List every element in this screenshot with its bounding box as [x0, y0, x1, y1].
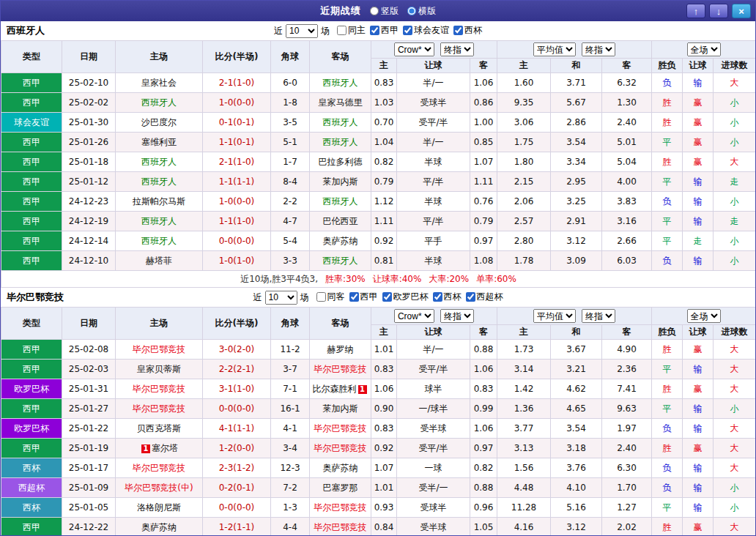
match-date: 25-01-09	[62, 478, 116, 498]
checkbox-input[interactable]	[316, 292, 326, 302]
scope-header: 全场	[652, 41, 756, 59]
scope-select[interactable]: 全场	[687, 42, 721, 56]
home-team: 毕尔巴鄂竞技	[116, 379, 203, 399]
team-name: 西班牙人	[141, 157, 177, 167]
euro-away-odds: 3.83	[602, 192, 652, 212]
asia-handicap: 半球	[397, 192, 470, 212]
team-name: 西班牙人	[323, 137, 358, 147]
team-name: 毕尔巴鄂竞技	[133, 384, 185, 394]
checkbox-input[interactable]	[453, 26, 463, 35]
layout-radio-vertical[interactable]: 竖版	[370, 5, 399, 18]
filter-checkbox-西超杯[interactable]: 西超杯	[466, 291, 503, 303]
filter-checkbox-欧罗巴杯[interactable]: 欧罗巴杯	[382, 291, 429, 303]
move-up-button[interactable]: ↑	[686, 4, 705, 18]
euro-draw-odds: 4.65	[551, 399, 602, 419]
team-name: 毕尔巴鄂竞技	[314, 502, 367, 513]
asia-home-odds: 0.81	[371, 251, 397, 271]
asia-kind-select[interactable]: 终指	[440, 309, 474, 323]
checkbox-input[interactable]	[466, 292, 475, 302]
checkbox-input[interactable]	[382, 292, 392, 302]
match-date: 25-01-22	[62, 419, 116, 439]
col-header-corners: 角球	[271, 41, 310, 73]
match-count-select[interactable]: 10	[265, 291, 297, 305]
asia-away-odds: 1.06	[470, 73, 497, 93]
checkbox-input[interactable]	[370, 26, 379, 35]
col-header-home: 主场	[116, 41, 203, 73]
asia-source-select[interactable]: Crow*	[394, 42, 434, 56]
team-name: 莱加内斯	[323, 176, 358, 187]
asia-kind-select[interactable]: 终指	[440, 42, 474, 56]
match-row: 西杯25-01-05洛格朗尼斯0-0(0-0)1-3毕尔巴鄂竞技0.93受球半0…	[1, 498, 756, 518]
corner-score: 6-0	[271, 73, 310, 93]
euro-kind-select[interactable]: 终指	[582, 309, 615, 323]
filter-checkbox-球会友谊[interactable]: 球会友谊	[403, 24, 449, 37]
move-down-button[interactable]: ↓	[709, 4, 728, 18]
corner-score: 1-8	[271, 93, 310, 113]
subcol-euro-home: 主	[497, 59, 551, 73]
match-row: 西甲25-02-02西班牙人1-0(0-0)1-8皇家马德里1.03受球半0.8…	[1, 93, 756, 113]
filter-checkbox-西杯[interactable]: 西杯	[453, 24, 482, 37]
result-goals: 小	[714, 498, 756, 518]
asia-away-odds: 0.76	[470, 192, 497, 212]
euro-away-odds: 7.41	[602, 379, 652, 399]
result-goals: 小	[714, 192, 756, 212]
radio-horizontal-input[interactable]	[407, 7, 416, 15]
euro-draw-odds: 3.25	[551, 192, 602, 212]
asia-source-select[interactable]: Crow*	[394, 309, 434, 323]
euro-source-select[interactable]: 平均值	[533, 309, 576, 323]
scope-select[interactable]: 全场	[687, 309, 721, 323]
euro-draw-odds: 3.12	[551, 231, 602, 251]
checkbox-input[interactable]	[349, 292, 359, 302]
result-handicap: 输	[683, 192, 714, 212]
checkbox-input[interactable]	[433, 292, 442, 302]
section-athletic-bilbao: 毕尔巴鄂竞技 近 10 场 同客西甲欧罗巴杯西杯西超杯 类型 日期 主场 比	[1, 288, 755, 536]
euro-away-odds: 6.30	[602, 458, 652, 478]
near-label: 近	[253, 291, 262, 304]
filter-checkbox-同客[interactable]: 同客	[316, 291, 345, 303]
home-team: 贝西克塔斯	[116, 419, 203, 439]
result-handicap: 赢	[683, 340, 714, 360]
filter-checkbox-西甲[interactable]: 西甲	[370, 24, 399, 37]
euro-home-odds: 2.57	[497, 212, 551, 231]
team-name: 奥萨苏纳	[323, 236, 358, 246]
euro-source-select[interactable]: 平均值	[533, 42, 576, 56]
team-name: 毕尔巴鄂竞技	[133, 344, 185, 354]
match-score: 1-2(1-1)	[203, 518, 271, 536]
asia-away-odds: 1.06	[470, 419, 497, 439]
result-outcome: 平	[652, 498, 683, 518]
match-row: 西甲25-01-27毕尔巴鄂竞技0-0(0-0)16-1莱加内斯0.90一/球半…	[1, 399, 756, 419]
home-team: 1塞尔塔	[116, 439, 203, 458]
filter-checkbox-西甲[interactable]: 西甲	[349, 291, 378, 303]
away-team: 毕尔巴鄂竞技	[310, 360, 371, 379]
result-outcome: 胜	[652, 379, 683, 399]
result-goals: 走	[714, 212, 756, 231]
match-count-select[interactable]: 10	[286, 24, 318, 38]
result-outcome: 负	[652, 458, 683, 478]
home-team: 奥萨苏纳	[116, 518, 203, 536]
asia-away-odds: 0.85	[470, 133, 497, 152]
filter-checkbox-同主[interactable]: 同主	[337, 24, 366, 37]
subcol-euro-home: 主	[497, 325, 551, 340]
team-name: 奥萨苏纳	[141, 522, 177, 532]
checkbox-input[interactable]	[337, 26, 346, 35]
corner-score: 11-2	[271, 340, 310, 360]
close-button[interactable]: ×	[732, 4, 751, 18]
euro-kind-select[interactable]: 终指	[582, 42, 615, 56]
away-team: 巴伦西亚	[310, 212, 371, 231]
summary-stats: 胜率:30%让球率:40%大率:20%单率:60%	[318, 274, 516, 284]
euro-home-odds: 3.06	[497, 113, 551, 133]
filter-checkbox-西杯[interactable]: 西杯	[433, 291, 462, 303]
competition-type: 西甲	[1, 172, 62, 192]
away-team: 西班牙人	[310, 133, 371, 152]
away-team: 西班牙人	[310, 251, 371, 271]
filter-controls: 近 10 场 同主西甲球会友谊西杯	[274, 24, 482, 38]
team-name: 西班牙人	[323, 196, 358, 206]
result-goals: 大	[714, 439, 756, 458]
radio-vertical-input[interactable]	[370, 7, 379, 15]
away-team: 毕尔巴鄂竞技	[310, 518, 371, 536]
competition-type: 西甲	[1, 231, 62, 251]
team-name: 西班牙人	[141, 216, 177, 226]
layout-radio-horizontal[interactable]: 横版	[407, 5, 436, 18]
checkbox-input[interactable]	[403, 26, 412, 35]
home-team: 皇家贝蒂斯	[116, 360, 203, 379]
